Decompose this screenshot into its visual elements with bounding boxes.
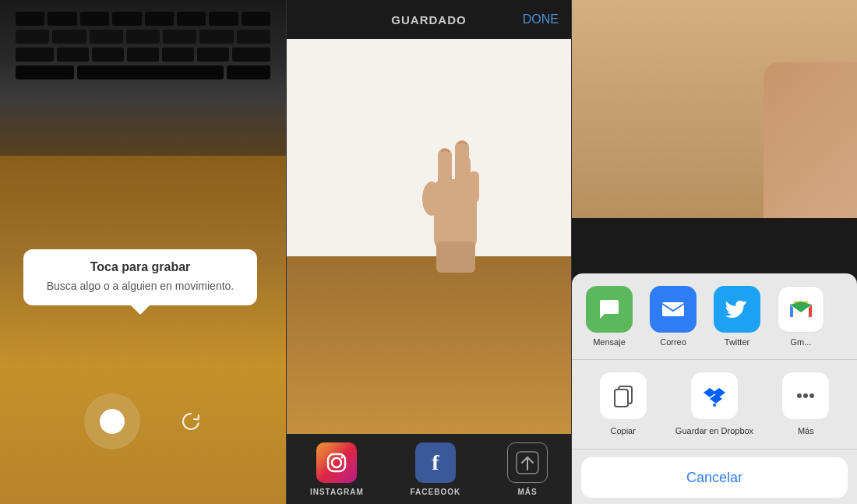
instagram-icon	[316, 442, 357, 483]
panel2-title: GUARDADO	[391, 13, 466, 26]
bubble-title: Toca para grabar	[37, 260, 243, 274]
copy-action[interactable]: Copiar	[581, 372, 665, 436]
dropbox-icon	[691, 372, 738, 419]
messages-icon	[586, 286, 633, 333]
messages-share[interactable]: Mensaje	[581, 286, 637, 347]
panel3-video-bg	[572, 0, 857, 218]
saved-video-panel: GUARDADO DONE	[286, 0, 572, 504]
svg-point-17	[803, 393, 808, 398]
svg-rect-2	[438, 148, 452, 191]
gmail-label: Gm...	[791, 337, 812, 347]
action-row: Copiar Guardar en Dropbox	[581, 360, 848, 449]
instagram-label: INSTAGRAM	[310, 488, 364, 496]
cancel-button[interactable]: Cancelar	[581, 457, 848, 498]
hand-illustration	[399, 109, 500, 284]
mail-share[interactable]: Correo	[645, 286, 701, 347]
facebook-icon: f	[415, 442, 456, 483]
svg-point-18	[809, 393, 814, 398]
mail-label: Correo	[660, 337, 686, 347]
ios-share-sheet: Mensaje Correo Twitter	[572, 273, 857, 504]
dropbox-label: Guardar en Dropbox	[675, 425, 753, 436]
panel2-done-button[interactable]: DONE	[523, 12, 559, 26]
gmail-icon	[778, 286, 824, 333]
gmail-share[interactable]: Gm...	[773, 286, 829, 347]
record-button[interactable]	[84, 393, 140, 449]
mail-icon	[650, 286, 697, 333]
record-inner-circle	[100, 409, 125, 434]
share-bar: INSTAGRAM f FACEBOOK MÁS	[287, 434, 571, 504]
twitter-icon	[714, 286, 760, 333]
svg-point-15	[713, 404, 716, 407]
svg-point-1	[422, 182, 441, 216]
facebook-label: FACEBOOK	[411, 488, 461, 496]
refresh-icon[interactable]	[179, 410, 203, 433]
more-dots-icon	[782, 372, 829, 419]
keyboard-bg	[0, 0, 286, 156]
svg-point-8	[332, 458, 341, 467]
panel2-header: GUARDADO DONE	[287, 0, 571, 39]
svg-point-16	[797, 393, 802, 398]
instagram-share[interactable]: INSTAGRAM	[310, 442, 364, 496]
desk-bg	[0, 156, 286, 504]
camera-panel: Toca para grabar Busca algo o a alguien …	[0, 0, 286, 504]
dropbox-action[interactable]: Guardar en Dropbox	[672, 372, 756, 436]
svg-rect-6	[436, 241, 475, 273]
svg-rect-12	[662, 302, 684, 316]
more-action-label: Más	[798, 425, 814, 436]
svg-rect-5	[469, 171, 479, 203]
share-sheet-panel: GUARDADO DONE Mensaje	[572, 0, 857, 504]
cancel-label: Cancelar	[686, 470, 742, 486]
more-action[interactable]: Más	[764, 372, 848, 436]
record-controls	[0, 393, 286, 449]
copy-icon	[600, 372, 647, 419]
facebook-share[interactable]: f FACEBOOK	[411, 442, 461, 496]
svg-rect-4	[458, 156, 471, 195]
svg-point-9	[341, 456, 344, 458]
video-preview	[287, 39, 571, 434]
app-share-row: Mensaje Correo Twitter	[581, 286, 848, 347]
bubble-text: Busca algo o a alguien en movimiento.	[37, 279, 243, 294]
divider-2	[572, 449, 857, 449]
svg-rect-14	[615, 389, 628, 407]
copy-label: Copiar	[610, 425, 635, 436]
twitter-share[interactable]: Twitter	[709, 286, 765, 347]
messages-label: Mensaje	[593, 337, 626, 347]
twitter-label: Twitter	[725, 337, 749, 347]
more-label: MÁS	[517, 488, 537, 496]
more-share-icon	[507, 442, 548, 483]
speech-bubble: Toca para grabar Busca algo o a alguien …	[23, 249, 257, 305]
more-share[interactable]: MÁS	[507, 442, 548, 496]
